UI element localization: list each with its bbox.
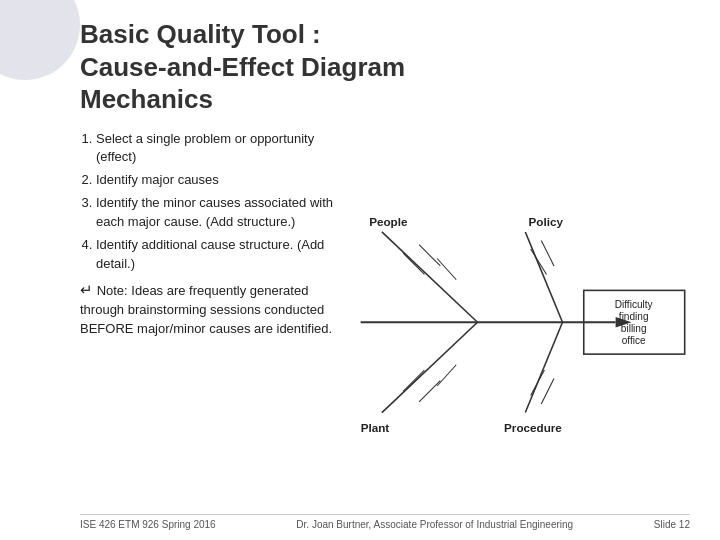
svg-line-10 — [419, 244, 440, 265]
footer-course: ISE 426 ETM 926 Spring 2016 — [80, 519, 216, 530]
step-2: Identify major causes — [96, 171, 340, 190]
svg-text:Policy: Policy — [529, 214, 564, 227]
note-block: ↵ Note: Ideas are frequently generated t… — [80, 279, 340, 339]
svg-text:Plant: Plant — [361, 420, 390, 433]
svg-text:People: People — [369, 214, 408, 227]
svg-line-14 — [531, 248, 547, 274]
page-title: Basic Quality Tool : Cause-and-Effect Di… — [80, 18, 690, 116]
note-text: Note: Ideas are frequently generated thr… — [80, 283, 332, 336]
svg-line-23 — [531, 370, 545, 396]
svg-text:Procedure: Procedure — [504, 420, 562, 433]
svg-text:finding: finding — [619, 311, 649, 322]
diagram-svg: Difficulty finding billing office People… — [350, 130, 690, 515]
svg-line-18 — [403, 370, 424, 391]
step-3: Identify the minor causes associated wit… — [96, 194, 340, 232]
svg-line-9 — [403, 253, 424, 274]
svg-text:Difficulty: Difficulty — [615, 299, 654, 310]
svg-line-7 — [382, 231, 478, 321]
svg-line-11 — [437, 258, 456, 279]
footer-professor: Dr. Joan Burtner, Associate Professor of… — [296, 519, 573, 530]
svg-text:billing: billing — [621, 322, 647, 333]
svg-line-16 — [382, 322, 478, 412]
svg-line-20 — [437, 364, 456, 385]
svg-line-15 — [541, 240, 554, 266]
svg-line-24 — [541, 378, 554, 404]
note-arrow-icon: ↵ — [80, 281, 93, 298]
step-1: Select a single problem or opportunity (… — [96, 130, 340, 168]
svg-line-19 — [419, 380, 440, 401]
step-4: Identify additional cause structure. (Ad… — [96, 236, 340, 274]
footer-slide: Slide 12 — [654, 519, 690, 530]
footer: ISE 426 ETM 926 Spring 2016 Dr. Joan Bur… — [80, 514, 690, 530]
fishbone-diagram: Difficulty finding billing office People… — [350, 130, 690, 515]
left-content: Select a single problem or opportunity (… — [80, 130, 340, 515]
steps-list: Select a single problem or opportunity (… — [96, 130, 340, 274]
title-block: Basic Quality Tool : Cause-and-Effect Di… — [80, 18, 690, 116]
svg-text:office: office — [622, 334, 646, 345]
